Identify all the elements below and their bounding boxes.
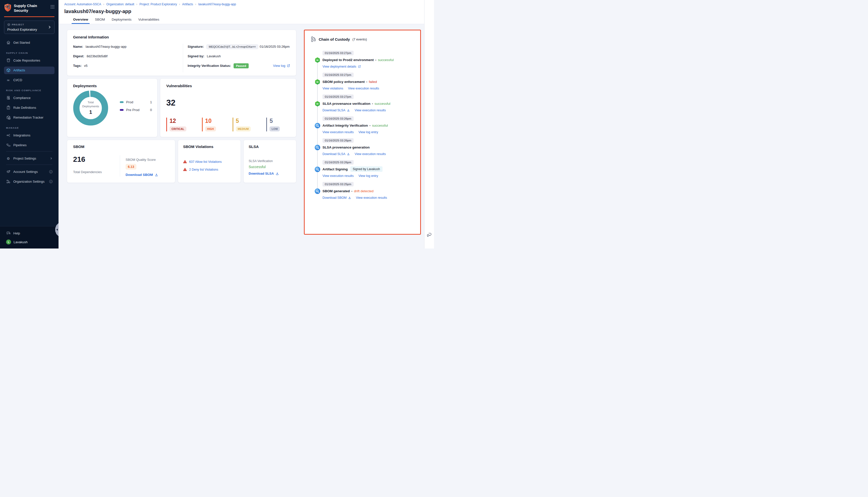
sidebar-footer: ? Help L Lavakush — [0, 226, 59, 248]
tags-value: v5 — [84, 64, 88, 68]
legend-label: Pre Prod — [126, 108, 140, 112]
sidebar-item-integrations[interactable]: Integrations — [4, 132, 55, 139]
module-grid-icon[interactable] — [50, 5, 55, 9]
scan-circle-icon — [315, 145, 320, 150]
severity-high: 10 HIGH — [202, 117, 217, 131]
link-label: View execution results — [356, 196, 387, 199]
view-log-entry-link[interactable]: View log entry — [358, 174, 378, 178]
card-title: SBOM Violations — [183, 144, 235, 149]
signature-value: MEQCICde2VjIT...bL+2+mqnOXw== — [206, 44, 258, 49]
sidebar-item-code-repositories[interactable]: </> Code Repositories — [4, 57, 55, 64]
deployments-legend: Prod 1 Pre Prod 0 — [120, 100, 152, 116]
user-name: Lavakush — [14, 240, 28, 244]
breadcrumb-project[interactable]: Project: Product Exploratory — [140, 2, 177, 6]
custody-event: 01/16/2025 03:27pm ∞ Deployed to Prod2 e… — [309, 51, 416, 68]
allow-list-violations-label: 637 Allow list Violations — [189, 160, 222, 164]
project-selector[interactable]: PROJECT Product Exploratory — [4, 20, 55, 34]
signed-by-value: Lavakush — [207, 54, 221, 58]
artifact-name-value: lavakush07/easy-buggy-app — [86, 45, 127, 48]
download-sbom-link[interactable]: Download SBOM — [322, 196, 351, 199]
sidebar-item-label: Get Started — [13, 41, 30, 44]
breadcrumb-artifacts[interactable]: Artifacts — [182, 2, 193, 6]
legend-item-prod: Prod 1 — [120, 100, 152, 104]
sidebar-item-rule-definitions[interactable]: Rule Definitions — [4, 104, 55, 112]
name-label: Name: — [73, 45, 83, 48]
link-label: Download SLSA — [322, 109, 345, 112]
sidebar-item-label: Remediation Tracker — [13, 116, 43, 119]
sidebar-item-compliance[interactable]: Compliance — [4, 94, 55, 102]
breadcrumb-artifact-name[interactable]: lavakush07/easy-buggy-app — [199, 2, 236, 6]
critical-badge: CRITICAL — [170, 126, 186, 131]
tab-deployments[interactable]: Deployments — [112, 18, 132, 24]
event-dash: - — [372, 102, 373, 105]
view-execution-results-link[interactable]: View execution results — [356, 196, 387, 199]
sidebar-item-artifacts[interactable]: Artifacts — [4, 67, 55, 74]
sbom-quality-score: 6.13 — [126, 164, 136, 170]
view-execution-results-link[interactable]: View execution results — [355, 152, 386, 156]
project-label: PROJECT — [12, 23, 24, 26]
sbom-total-value: 216 — [73, 155, 120, 164]
view-deployment-details-link[interactable]: View deployment details — [322, 65, 361, 68]
tab-sbom[interactable]: SBOM — [95, 18, 105, 24]
avatar: L — [6, 240, 11, 244]
info-icon[interactable]: i — [49, 180, 53, 183]
user-menu[interactable]: L Lavakush — [4, 238, 55, 246]
severity-medium: 5 MEDIUM — [233, 117, 251, 131]
event-dash: - — [366, 80, 367, 84]
deny-list-violations-link[interactable]: 2 Deny list Violations — [183, 168, 235, 171]
info-icon[interactable]: i — [49, 170, 53, 173]
breadcrumb-account[interactable]: Account: Automation-SSCA — [64, 2, 101, 6]
link-label: View execution results — [355, 152, 386, 156]
view-execution-results-link[interactable]: View execution results — [322, 174, 353, 178]
link-label: View log entry — [358, 130, 378, 134]
tab-vulnerabilities[interactable]: Vulnerabilities — [139, 18, 159, 24]
download-slsa-link[interactable]: Download SLSA — [322, 109, 350, 112]
sbom-quality-label: SBOM Quality Score — [126, 158, 169, 161]
view-violations-link[interactable]: View violations — [322, 87, 343, 90]
sidebar-divider — [6, 165, 53, 165]
tab-overview[interactable]: Overview — [73, 18, 88, 24]
event-title: Artifact Integrity Verification — [322, 124, 368, 127]
sidebar-item-remediation-tracker[interactable]: Remediation Tracker — [4, 114, 55, 122]
event-status: successful — [375, 102, 390, 105]
sidebar-item-cicd[interactable]: ∞ CI/CD — [4, 76, 55, 84]
project-cube-icon — [7, 23, 10, 26]
sidebar-item-label: Integrations — [13, 133, 30, 137]
download-icon — [276, 172, 279, 175]
breadcrumb-organization[interactable]: Organization: default — [106, 2, 134, 6]
general-information-card: General Information Name: lavakush07/eas… — [67, 30, 296, 76]
sidebar-item-get-started[interactable]: Get Started — [4, 39, 55, 46]
chevron-separator-icon: › — [179, 2, 180, 6]
download-slsa-link[interactable]: Download SLSA — [249, 172, 291, 175]
sidebar-item-pipelines[interactable]: Pipelines — [4, 141, 55, 149]
event-dash: - — [370, 124, 371, 127]
view-execution-results-link[interactable]: View execution results — [348, 87, 379, 90]
sidebar-item-account-settings[interactable]: Account Settings i — [4, 168, 55, 176]
view-log-entry-link[interactable]: View log entry — [358, 130, 378, 134]
severity-low: 5 LOW — [266, 117, 281, 131]
legend-label: Prod — [126, 100, 133, 104]
signature-timestamp: 01/16/2025 03:26pm — [260, 45, 290, 48]
chat-bubbles-icon[interactable] — [426, 232, 432, 238]
download-slsa-link[interactable]: Download SLSA — [322, 152, 350, 156]
medium-badge: MEDIUM — [236, 126, 251, 131]
legend-item-preprod: Pre Prod 0 — [120, 108, 152, 112]
view-execution-results-link[interactable]: View execution results — [322, 130, 353, 134]
allow-list-violations-link[interactable]: 637 Allow list Violations — [183, 160, 235, 164]
download-sbom-link[interactable]: Download SBOM — [126, 173, 169, 176]
link-label: Download SLSA — [322, 152, 345, 156]
card-title: Vulnerabilities — [166, 84, 290, 88]
event-title: Deployed to Prod2 environment — [322, 58, 374, 62]
sidebar-item-organization-settings[interactable]: Organization Settings i — [4, 178, 55, 185]
sidebar-item-project-settings[interactable]: ⚙ Project Settings — [4, 155, 55, 162]
event-timestamp: 01/16/2025 03:26pm — [322, 160, 353, 165]
layers-gear-icon — [6, 170, 11, 174]
chevron-right-icon — [50, 157, 53, 160]
view-execution-results-link[interactable]: View execution results — [355, 109, 386, 112]
event-title: SLSA provenance verification — [322, 102, 371, 105]
view-log-link[interactable]: View log — [273, 64, 290, 68]
sidebar-item-help[interactable]: ? Help — [4, 229, 55, 237]
download-icon — [347, 153, 350, 156]
sidebar-item-label: Help — [13, 231, 20, 235]
chain-of-custody-count: (7 events) — [352, 38, 367, 41]
